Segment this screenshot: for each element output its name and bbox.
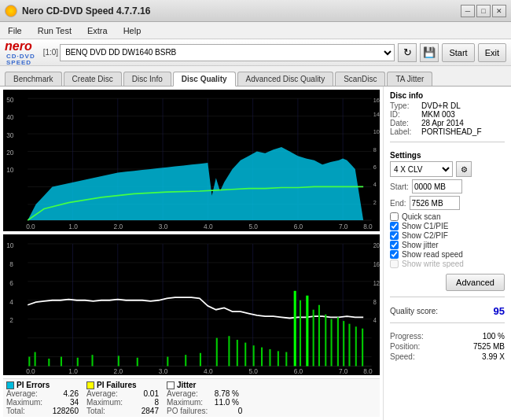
svg-text:6: 6 <box>373 164 377 171</box>
start-mb-label: Start: <box>390 182 409 191</box>
svg-rect-103 <box>355 326 357 366</box>
svg-text:2: 2 <box>373 199 377 206</box>
close-button[interactable]: ✕ <box>492 5 506 17</box>
svg-rect-76 <box>61 356 62 366</box>
menu-help[interactable]: Help <box>119 24 146 37</box>
settings-icon-button[interactable]: ⚙ <box>456 161 472 177</box>
svg-text:10: 10 <box>373 128 380 135</box>
pi-errors-stats: PI Errors Average: 4.26 Maximum: 34 Tota… <box>6 381 79 415</box>
svg-text:4: 4 <box>9 297 13 306</box>
svg-rect-96 <box>313 309 314 366</box>
show-read-checkbox[interactable] <box>390 250 399 259</box>
jitter-max-row: Maximum: 11.0 % <box>167 398 242 407</box>
speed-row: Speed: 3.99 X <box>390 352 505 361</box>
end-mb-input[interactable] <box>410 196 460 210</box>
tab-ta-jitter[interactable]: TA Jitter <box>387 72 432 86</box>
maximize-button[interactable]: □ <box>476 5 491 17</box>
menu-run-test[interactable]: Run Test <box>33 24 76 37</box>
pi-failures-stats: PI Failures Average: 0.01 Maximum: 8 Tot… <box>86 381 159 415</box>
speed-select[interactable]: 4 X CLV 8 X CLV Max <box>390 161 453 177</box>
speed-value: 3.99 X <box>482 352 505 361</box>
svg-text:4.0: 4.0 <box>204 367 213 375</box>
tab-create-disc[interactable]: Create Disc <box>64 72 122 86</box>
title-bar-left: Nero CD-DVD Speed 4.7.7.16 <box>5 5 150 17</box>
start-mb-input[interactable] <box>412 179 462 193</box>
show-jitter-checkbox[interactable] <box>390 241 399 249</box>
svg-rect-86 <box>237 340 238 367</box>
pi-errors-total-label: Total: <box>6 407 44 415</box>
svg-rect-38 <box>3 234 380 376</box>
speed-settings-row: 4 X CLV 8 X CLV Max ⚙ <box>390 161 505 177</box>
svg-text:7.0: 7.0 <box>339 223 348 230</box>
advanced-button[interactable]: Advanced <box>446 274 505 291</box>
svg-text:6.0: 6.0 <box>294 223 303 230</box>
quick-scan-checkbox[interactable] <box>390 212 399 221</box>
svg-text:6.0: 6.0 <box>294 367 303 375</box>
drive-select[interactable]: BENQ DVD DD DW1640 BSRB <box>60 44 395 61</box>
show-c2pif-checkbox[interactable] <box>390 231 399 240</box>
svg-rect-95 <box>306 295 308 366</box>
show-read-label: Show read speed <box>402 250 463 259</box>
pi-failures-avg-value: 0.01 <box>127 389 159 398</box>
start-button[interactable]: Start <box>442 43 474 62</box>
pi-errors-label: PI Errors <box>17 381 50 389</box>
disc-label-row: Label: PORTISHEAD_F <box>390 127 505 136</box>
svg-rect-97 <box>318 304 320 366</box>
svg-text:8: 8 <box>373 146 377 153</box>
pi-failures-max-label: Maximum: <box>86 398 124 407</box>
speed-label: Speed: <box>390 352 415 361</box>
exit-button[interactable]: Exit <box>478 43 506 62</box>
show-c1pie-checkbox[interactable] <box>390 222 399 230</box>
tab-benchmark[interactable]: Benchmark <box>5 72 62 86</box>
pi-errors-total-row: Total: 128260 <box>6 407 79 415</box>
window-controls[interactable]: ─ □ ✕ <box>461 5 506 17</box>
end-mb-label: End: <box>390 199 406 208</box>
quality-score-row: Quality score: 95 <box>390 305 505 317</box>
quick-scan-row: Quick scan <box>390 212 505 221</box>
tab-scandisc[interactable]: ScanDisc <box>335 72 385 86</box>
tab-disc-quality[interactable]: Disc Quality <box>173 72 236 87</box>
pif-chart: 10 8 6 4 2 20 16 12 8 4 0.0 1.0 2.0 3.0 … <box>3 234 380 376</box>
disc-label-label: Label: <box>390 127 418 136</box>
tab-disc-info[interactable]: Disc Info <box>123 72 171 86</box>
app-icon <box>5 5 17 17</box>
pi-failures-label: PI Failures <box>97 381 137 389</box>
nero-sublogo: CD·DVDSPEED <box>6 53 35 66</box>
svg-rect-81 <box>167 356 168 366</box>
disc-id-value: MKM 003 <box>421 110 455 119</box>
show-read-row: Show read speed <box>390 250 505 259</box>
progress-section: Progress: 100 % Position: 7525 MB Speed:… <box>390 332 505 363</box>
show-write-checkbox <box>390 260 399 268</box>
tab-advanced-disc-quality[interactable]: Advanced Disc Quality <box>237 72 334 86</box>
disc-info-section: Disc info Type: DVD+R DL ID: MKM 003 Dat… <box>390 91 505 136</box>
pi-failures-max-value: 8 <box>127 398 159 407</box>
svg-text:16: 16 <box>373 260 380 268</box>
refresh-button[interactable]: ↻ <box>398 43 417 62</box>
pi-failures-avg-label: Average: <box>86 389 124 398</box>
pi-failures-color <box>86 381 94 389</box>
nero-logo: nero <box>5 39 35 53</box>
svg-rect-75 <box>48 358 50 366</box>
jitter-po-value: 0 <box>211 407 242 415</box>
svg-text:2.0: 2.0 <box>114 367 123 375</box>
pi-errors-avg-row: Average: 4.26 <box>6 389 79 398</box>
menu-file[interactable]: File <box>3 24 27 37</box>
svg-rect-100 <box>337 317 339 366</box>
svg-rect-104 <box>362 328 363 366</box>
svg-text:14: 14 <box>373 110 380 117</box>
svg-rect-73 <box>28 356 30 366</box>
progress-label: Progress: <box>390 332 424 341</box>
pie-chart: 50 40 30 20 10 16 14 10 8 6 4 2 0.0 1.0 … <box>3 90 380 231</box>
position-label: Position: <box>390 342 420 351</box>
pi-errors-total-value: 128260 <box>47 407 79 415</box>
save-button[interactable]: 💾 <box>420 43 439 62</box>
pi-errors-max-label: Maximum: <box>6 398 44 407</box>
minimize-button[interactable]: ─ <box>461 5 475 17</box>
menu-extra[interactable]: Extra <box>83 24 112 37</box>
pi-failures-total-label: Total: <box>86 407 124 415</box>
disc-date-label: Date: <box>390 119 418 127</box>
jitter-po-row: PO failures: 0 <box>167 407 242 415</box>
svg-text:4: 4 <box>373 317 377 325</box>
charts-area: 50 40 30 20 10 16 14 10 8 6 4 2 0.0 1.0 … <box>0 87 384 420</box>
progress-row: Progress: 100 % <box>390 332 505 341</box>
